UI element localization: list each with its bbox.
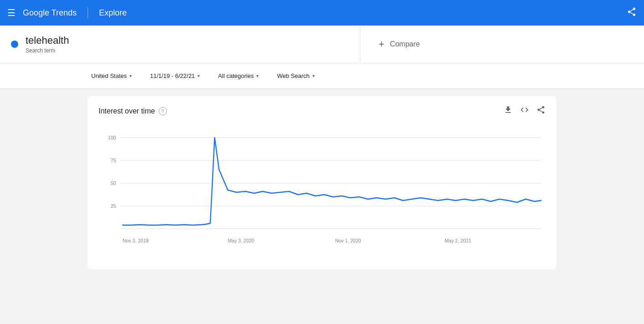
explore-label: Explore [99, 8, 127, 18]
compare-button[interactable]: + Compare [360, 26, 644, 63]
svg-text:25: 25 [111, 203, 116, 209]
search-term-type: Search term [26, 47, 69, 54]
location-arrow-icon: ▾ [130, 73, 132, 78]
category-label: All categories [218, 72, 254, 79]
chart-area: 100 75 50 25 Nov 3, 2019 May 3, 2020 Nov… [99, 124, 545, 253]
search-term-name: telehealth [26, 35, 69, 46]
svg-text:Nov 1, 2020: Nov 1, 2020 [335, 238, 361, 243]
app-header: ☰ Google Trends Explore [0, 0, 644, 26]
logo-text: Google Trends [23, 8, 77, 18]
term-color-dot [11, 41, 18, 48]
header-divider [88, 7, 88, 18]
share-icon[interactable] [627, 7, 637, 19]
compare-plus-icon: + [379, 38, 384, 50]
search-term-info: telehealth Search term [26, 35, 69, 54]
chart-help-icon[interactable]: ? [159, 107, 167, 115]
interest-over-time-card: Interest over time ? [88, 96, 556, 269]
chart-title: Interest over time [99, 107, 155, 115]
search-type-filter[interactable]: Web Search ▾ [273, 70, 318, 82]
trend-chart-svg: 100 75 50 25 Nov 3, 2019 May 3, 2020 Nov… [99, 124, 545, 252]
menu-icon[interactable]: ☰ [7, 7, 16, 18]
search-section: telehealth Search term + Compare [0, 26, 644, 63]
google-trends-logo: Google Trends [23, 8, 77, 18]
compare-label: Compare [390, 40, 420, 48]
svg-text:50: 50 [111, 180, 116, 186]
share-chart-icon[interactable] [536, 105, 545, 117]
chart-title-group: Interest over time ? [99, 107, 167, 115]
date-range-label: 11/1/19 - 6/22/21 [150, 72, 195, 79]
date-range-filter[interactable]: 11/1/19 - 6/22/21 ▾ [146, 70, 203, 82]
location-filter[interactable]: United States ▾ [88, 70, 135, 82]
svg-text:75: 75 [111, 158, 116, 163]
category-filter[interactable]: All categories ▾ [214, 70, 262, 82]
svg-text:100: 100 [108, 135, 116, 140]
embed-icon[interactable] [520, 105, 529, 117]
location-label: United States [91, 72, 127, 79]
svg-text:May 3, 2020: May 3, 2020 [228, 238, 254, 243]
download-icon[interactable] [504, 105, 513, 117]
main-content: Interest over time ? [0, 96, 644, 269]
filter-bar: United States ▾ 11/1/19 - 6/22/21 ▾ All … [0, 63, 644, 89]
chart-header: Interest over time ? [99, 105, 545, 117]
search-type-arrow-icon: ▾ [312, 73, 315, 78]
category-arrow-icon: ▾ [256, 73, 259, 78]
svg-text:Nov 3, 2019: Nov 3, 2019 [123, 238, 149, 243]
svg-text:May 2, 2021: May 2, 2021 [445, 238, 471, 243]
chart-actions [504, 105, 545, 117]
search-type-label: Web Search [277, 72, 309, 79]
search-term-box: telehealth Search term [0, 26, 360, 63]
date-range-arrow-icon: ▾ [197, 73, 200, 78]
